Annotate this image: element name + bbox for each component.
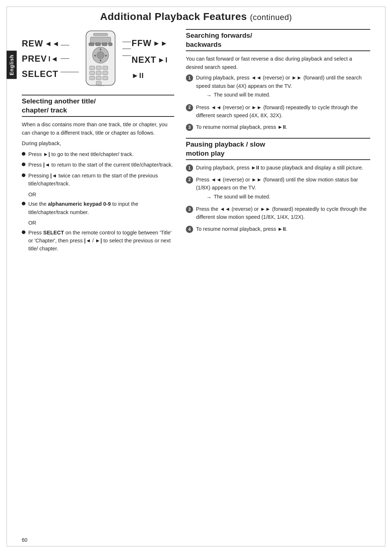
during-playback-label: During playback, <box>22 139 174 147</box>
right-top-heading: Searching forwards/ backwards <box>186 29 370 51</box>
connector-line <box>122 56 131 56</box>
right-bottom-heading: Pausing playback / slow motion play <box>186 138 370 160</box>
list-item: Use the alphanumeric keypad 0-9 to input… <box>22 200 174 216</box>
or-label-2: OR <box>28 219 174 227</box>
left-intro: When a disc contains more than one track… <box>22 120 174 137</box>
or-label-1: OR <box>28 191 174 198</box>
right-top-title: Searching forwards/ backwards <box>186 31 370 49</box>
list-item: Press |◄ to return to the start of the c… <box>22 161 174 169</box>
connector-line <box>122 42 131 42</box>
bullet-dot <box>22 230 25 234</box>
two-col-layout: REW ◄◄ PREV I◄ SELECT <box>22 29 370 257</box>
list-item: Pressing |◄ twice can return to the star… <box>22 172 174 188</box>
svg-rect-12 <box>109 43 112 46</box>
step-text: To resume normal playback, press ►II. <box>196 225 370 233</box>
right-bottom-body: 1 During playback, press ►II to pause pl… <box>186 164 370 233</box>
rew-label: REW ◄◄ <box>22 37 60 50</box>
page-title: Additional Playback Features (continued) <box>100 11 292 22</box>
step-number: 1 <box>186 164 193 172</box>
select-bullet-list: Press SELECT on the remote control to to… <box>22 229 174 253</box>
bullet-dot <box>22 163 25 166</box>
play-pause-label: ►II <box>132 70 168 81</box>
left-section-heading: Selecting another title/ chapter/ track <box>22 95 174 117</box>
svg-rect-10 <box>95 43 101 46</box>
svg-rect-20 <box>96 76 101 80</box>
connector-line <box>61 45 69 45</box>
list-item: Press ►| to go to the next title/chapter… <box>22 150 174 158</box>
right-connectors <box>122 39 131 79</box>
arrow-note: → The sound will be muted. <box>206 91 370 99</box>
page-number: 60 <box>22 537 28 543</box>
svg-rect-17 <box>96 71 101 75</box>
page-title-area: Additional Playback Features (continued) <box>22 11 370 22</box>
step-number: 3 <box>186 124 193 131</box>
prev-label: PREV I◄ <box>22 52 60 65</box>
svg-rect-19 <box>90 76 95 80</box>
keypad-bullet-list: Use the alphanumeric keypad 0-9 to input… <box>22 200 174 216</box>
svg-point-4 <box>97 52 104 59</box>
svg-rect-1 <box>93 33 108 36</box>
step-item: 2 Press ◄◄ (reverse) or ►► (forward) unt… <box>186 176 370 201</box>
arrow-note: → The sound will be muted. <box>206 193 370 201</box>
svg-text:▼: ▼ <box>99 59 102 62</box>
left-section-title: Selecting another title/ chapter/ track <box>22 97 174 115</box>
connector-line <box>61 72 79 72</box>
step-text: To resume normal playback, press ►II. <box>196 123 370 131</box>
pause-steps: 1 During playback, press ►II to pause pl… <box>186 164 370 233</box>
bullet-dot <box>22 202 25 205</box>
svg-rect-16 <box>90 71 95 75</box>
svg-rect-18 <box>103 71 108 75</box>
svg-rect-9 <box>89 43 94 46</box>
svg-text:◄: ◄ <box>93 54 96 57</box>
svg-text:PHILIPS: PHILIPS <box>97 85 104 87</box>
left-labels: REW ◄◄ PREV I◄ SELECT <box>22 37 60 81</box>
step-item: 2 Press ◄◄ (reverse) or ►► (forward) rep… <box>186 103 370 120</box>
step-text: Press the ◄◄ (reverse) or ►► (forward) r… <box>196 205 370 221</box>
step-number: 1 <box>186 74 193 82</box>
step-item: 3 To resume normal playback, press ►II. <box>186 123 370 131</box>
svg-rect-11 <box>102 43 107 46</box>
next-label: NEXT ►I <box>132 53 168 66</box>
left-column: REW ◄◄ PREV I◄ SELECT <box>22 29 174 257</box>
right-labels: FFW ►► NEXT ►I ►II <box>132 37 168 81</box>
left-bullet-list: Press ►| to go to the next title/chapter… <box>22 150 174 188</box>
step-text: Press ◄◄ (reverse) or ►► (forward) repea… <box>196 103 370 120</box>
search-steps: 1 During playback, press ◄◄ (reverse) or… <box>186 74 370 131</box>
search-intro: You can fast forward or fast reverse a d… <box>186 55 370 71</box>
connector-line <box>122 49 131 49</box>
english-tab: English <box>7 51 17 79</box>
svg-rect-2 <box>90 37 111 44</box>
step-item: 3 Press the ◄◄ (reverse) or ►► (forward)… <box>186 205 370 221</box>
connector-line <box>61 58 69 59</box>
step-text: Press ◄◄ (reverse) or ►► (forward) until… <box>196 176 370 201</box>
step-text: During playback, press ◄◄ (reverse) or ►… <box>196 74 370 99</box>
svg-rect-21 <box>103 76 108 80</box>
left-connectors <box>61 39 79 79</box>
right-bottom-title: Pausing playback / slow motion play <box>186 140 370 158</box>
right-top-body: You can fast forward or fast reverse a d… <box>186 55 370 131</box>
step-item: 1 During playback, press ►II to pause pl… <box>186 164 370 172</box>
step-item: 4 To resume normal playback, press ►II. <box>186 225 370 233</box>
left-section-body: When a disc contains more than one track… <box>22 120 174 253</box>
right-column: Searching forwards/ backwards You can fa… <box>186 29 370 257</box>
svg-text:▲: ▲ <box>99 47 102 51</box>
bullet-dot <box>22 152 25 156</box>
svg-text:►: ► <box>105 54 108 57</box>
bullet-dot <box>22 173 25 177</box>
step-number: 2 <box>186 176 193 184</box>
step-number: 2 <box>186 104 193 111</box>
svg-rect-13 <box>90 66 95 70</box>
svg-rect-14 <box>96 66 101 70</box>
remote-svg: ▲ ▼ ◄ ► <box>82 29 119 88</box>
step-item: 1 During playback, press ◄◄ (reverse) or… <box>186 74 370 99</box>
list-item: Press SELECT on the remote control to to… <box>22 229 174 253</box>
main-content: Additional Playback Features (continued)… <box>22 11 370 257</box>
remote-diagram: REW ◄◄ PREV I◄ SELECT <box>22 29 174 88</box>
svg-rect-15 <box>103 66 108 70</box>
select-label-diagram: SELECT <box>22 67 60 81</box>
step-text: During playback, press ►II to pause play… <box>196 164 370 172</box>
ffw-label: FFW ►► <box>132 37 168 50</box>
step-number: 3 <box>186 206 193 213</box>
step-number: 4 <box>186 226 193 233</box>
